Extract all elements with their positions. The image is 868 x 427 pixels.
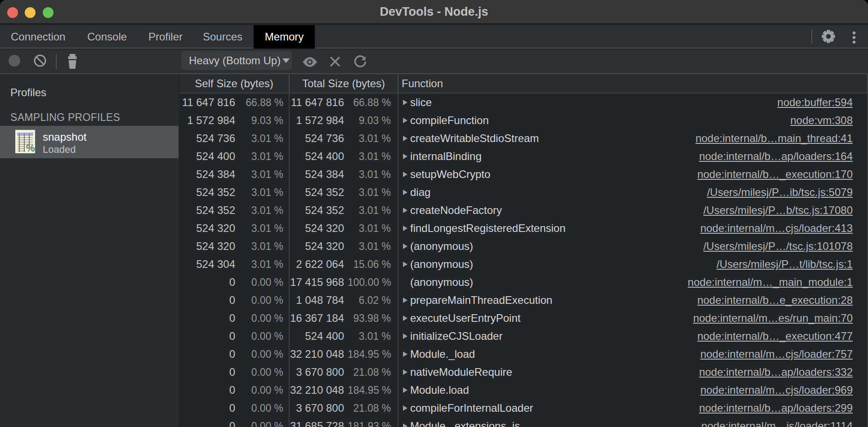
svg-text:%: % [26,142,35,153]
